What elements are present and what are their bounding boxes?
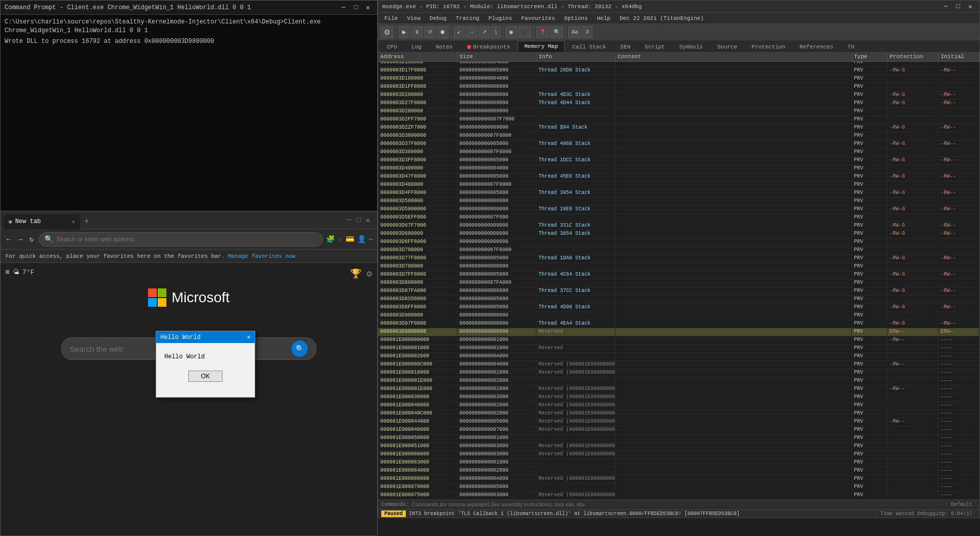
profile-icon[interactable]: 👤 bbox=[357, 235, 366, 243]
cpu-btn[interactable]: ⚙ bbox=[380, 26, 394, 38]
tab-seh[interactable]: SEH bbox=[614, 41, 637, 52]
table-row[interactable]: 000001E000000C0000000000000004000Reserve… bbox=[378, 361, 979, 369]
table-row[interactable]: 000001E000040C0000000000000002000Reserve… bbox=[378, 410, 979, 418]
forward-btn[interactable]: → bbox=[16, 234, 24, 245]
hex-btn[interactable]: # bbox=[582, 26, 593, 38]
table-row[interactable]: 0000003D480000000000000007F8000PRV bbox=[378, 181, 979, 189]
table-row[interactable]: 0000003D37F80000000000000005000Thread 49… bbox=[378, 140, 979, 149]
table-row[interactable]: 0000003D7800000000000000008000PRV bbox=[378, 263, 979, 271]
menu-debug[interactable]: Debug bbox=[426, 14, 451, 22]
address-input[interactable] bbox=[56, 236, 317, 243]
table-row[interactable]: 0000003D800000000000000007FA000PRV bbox=[378, 279, 979, 287]
table-row[interactable]: 000001E0000700000000000000005000PRV---- bbox=[378, 483, 979, 492]
table-row[interactable]: 000001E0000400000000000000002000Reserved… bbox=[378, 402, 979, 410]
cmd-maximize-btn[interactable]: □ bbox=[351, 4, 361, 11]
restart-btn[interactable]: ↺ bbox=[424, 26, 435, 38]
menu-view[interactable]: View bbox=[403, 14, 424, 22]
highlight-btn[interactable]: Aa bbox=[568, 26, 581, 38]
refresh-btn[interactable]: ↻ bbox=[28, 234, 36, 245]
table-row[interactable]: 0000003D4000000000000000004000PRV bbox=[378, 165, 979, 173]
new-tab-btn[interactable]: + bbox=[80, 217, 93, 226]
step-over-btn[interactable]: → bbox=[465, 26, 478, 38]
table-row[interactable]: 0000003D700000000000000007F8000PRV bbox=[378, 247, 979, 255]
menu-help[interactable]: Help bbox=[593, 14, 615, 22]
menu-tracing[interactable]: Tracing bbox=[452, 14, 483, 22]
table-row[interactable]: 000001E0000440000000000000005000Reserved… bbox=[378, 418, 979, 426]
edge-tab-newtab[interactable]: ⊕ New tab ✕ bbox=[4, 214, 80, 229]
table-row[interactable]: 0000003D6FF60000000000000006000PRV bbox=[378, 238, 979, 247]
table-row[interactable]: 000001E0000630000000000000001000PRV---- bbox=[378, 459, 979, 467]
tab-log[interactable]: Log bbox=[405, 41, 428, 52]
extension-icon[interactable]: 🧩 bbox=[326, 235, 335, 243]
table-row[interactable]: 0000003D7FF80000000000000005000Thread 4C… bbox=[378, 271, 979, 279]
table-row[interactable]: 0000003D77F80000000000000005000Thread 1D… bbox=[378, 255, 979, 263]
table-row[interactable]: 000001E0000750000000000000003000Reserved… bbox=[378, 492, 979, 500]
breakpoint-btn[interactable]: ◉ bbox=[505, 26, 517, 38]
table-row[interactable]: 000001E0000500000000000000001000PRV---- bbox=[378, 434, 979, 443]
cmd-close-btn[interactable]: ✕ bbox=[363, 4, 373, 12]
table-row[interactable]: 0000003D87FA0000000000000006000Thread 37… bbox=[378, 287, 979, 296]
wallet-icon[interactable]: 💳 bbox=[346, 235, 354, 243]
search-button[interactable]: 🔍 bbox=[291, 340, 308, 357]
table-row[interactable]: 0000003D97F80000000000000008000Thread 4E… bbox=[378, 320, 979, 328]
table-row[interactable]: 0000003D9000000000000000008000PRV bbox=[378, 312, 979, 320]
x64dbg-close-btn[interactable]: ✕ bbox=[965, 3, 975, 11]
table-row[interactable]: 0000003D5000000000000000006000PRV bbox=[378, 198, 979, 206]
table-row[interactable]: 0000003D27F80000000000000009000Thread 4D… bbox=[378, 100, 979, 108]
tab-cpu[interactable]: CPU bbox=[380, 41, 404, 52]
settings-icon[interactable]: ⋯ bbox=[369, 235, 373, 243]
tab-memory-map[interactable]: Memory Map bbox=[518, 41, 565, 52]
table-row[interactable]: 0000003D3000000000000000007F8000PRV bbox=[378, 132, 979, 140]
menu-dec22 2021 (titanengine)[interactable]: Dec 22 2021 (TitanEngine) bbox=[616, 14, 708, 22]
favorites-icon[interactable]: ☆ bbox=[338, 235, 342, 243]
edge-maximize-btn[interactable]: □ bbox=[354, 215, 362, 225]
tab-notes[interactable]: Notes bbox=[429, 41, 459, 52]
table-row[interactable]: 000001E0000160000000000000001000Reserved… bbox=[378, 369, 979, 377]
trophy-icon[interactable]: 🏆 bbox=[350, 268, 361, 279]
table-row[interactable]: 0000003D1800000000000000004000PRV bbox=[378, 75, 979, 83]
table-row[interactable]: 000001E000066000000000000000A000Reserved… bbox=[378, 475, 979, 483]
table-row[interactable]: 0000003D380000000000000007F8000PRV bbox=[378, 149, 979, 157]
tab-close-btn[interactable]: ✕ bbox=[71, 218, 75, 225]
table-row[interactable]: 000001E0000510000000000000003000Reserved… bbox=[378, 443, 979, 451]
goto-btn[interactable]: 📍 bbox=[536, 26, 549, 38]
table-row[interactable]: 0000003D2ZF70000000000000009000Thread $9… bbox=[378, 124, 979, 132]
edge-close-btn[interactable]: ✕ bbox=[364, 215, 372, 226]
play-btn[interactable]: ▶ bbox=[399, 26, 410, 38]
pause-btn[interactable]: ⏸ bbox=[411, 26, 423, 38]
address-bar[interactable]: 🔍 bbox=[39, 232, 323, 247]
table-row[interactable]: 000001E0000000000000000000001000PRV-RW--… bbox=[378, 336, 979, 345]
menu-favourites[interactable]: Favourites bbox=[517, 14, 559, 22]
menu-plugins[interactable]: Plugins bbox=[484, 14, 516, 22]
run-to-cursor-btn[interactable]: ⤵ bbox=[491, 26, 501, 38]
table-row[interactable]: 0000003D3FF80000000000000005000Thread 1D… bbox=[378, 157, 979, 165]
table-row[interactable]: 0000003D67F70000000000000009000Thread 33… bbox=[378, 222, 979, 230]
tab-script[interactable]: Script bbox=[638, 41, 672, 52]
apps-icon[interactable]: ⊞ bbox=[6, 268, 10, 276]
table-row[interactable]: 0000003D1000000000000000004000PRV bbox=[378, 62, 979, 67]
table-row[interactable]: 000001E000001E0000000000000002000PRV---- bbox=[378, 377, 979, 385]
stop-btn[interactable]: ⏹ bbox=[436, 26, 449, 38]
menu-options[interactable]: Options bbox=[560, 14, 592, 22]
table-row[interactable]: 000001E000001E0000000000000001000Reserve… bbox=[378, 385, 979, 394]
step-into-btn[interactable]: ↙ bbox=[453, 26, 464, 38]
tab-references[interactable]: References bbox=[793, 41, 840, 52]
table-row[interactable]: 0000003D8S500000000000000005000PRV bbox=[378, 296, 979, 304]
cmd-minimize-btn[interactable]: ─ bbox=[338, 4, 349, 11]
table-row[interactable]: 0000003D4FF80000000000000005000Thread 39… bbox=[378, 189, 979, 198]
tab-call-stack[interactable]: Call Stack bbox=[566, 41, 612, 52]
menu-file[interactable]: File bbox=[380, 14, 402, 22]
table-row[interactable]: 000001E0000490000000000000007000Reserved… bbox=[378, 426, 979, 434]
table-row[interactable]: 0000003D98000000000000000008000ReservedP… bbox=[378, 328, 979, 336]
table-row[interactable]: 0000003D6800000000000000008000Thread 385… bbox=[378, 230, 979, 238]
table-row[interactable]: 0000003D17F80000000000000005000Thread 20… bbox=[378, 67, 979, 75]
table-row[interactable]: 0000003D2000000000000000008000Thread 4D3… bbox=[378, 91, 979, 100]
back-btn[interactable]: ← bbox=[5, 234, 13, 245]
search-btn[interactable]: 🔍 bbox=[550, 26, 564, 38]
manage-favorites-link[interactable]: Manage favorites now bbox=[228, 253, 296, 259]
tab-breakpoints[interactable]: Breakpoints bbox=[460, 41, 517, 52]
table-row[interactable]: 0000003D5EFF000000000000007F000PRV bbox=[378, 214, 979, 222]
table-row[interactable]: 000001E0000300000000000000003000Reserved… bbox=[378, 394, 979, 402]
hello-ok-button[interactable]: OK bbox=[188, 371, 223, 382]
hardware-bp-btn[interactable]: ⬛ bbox=[518, 26, 531, 38]
